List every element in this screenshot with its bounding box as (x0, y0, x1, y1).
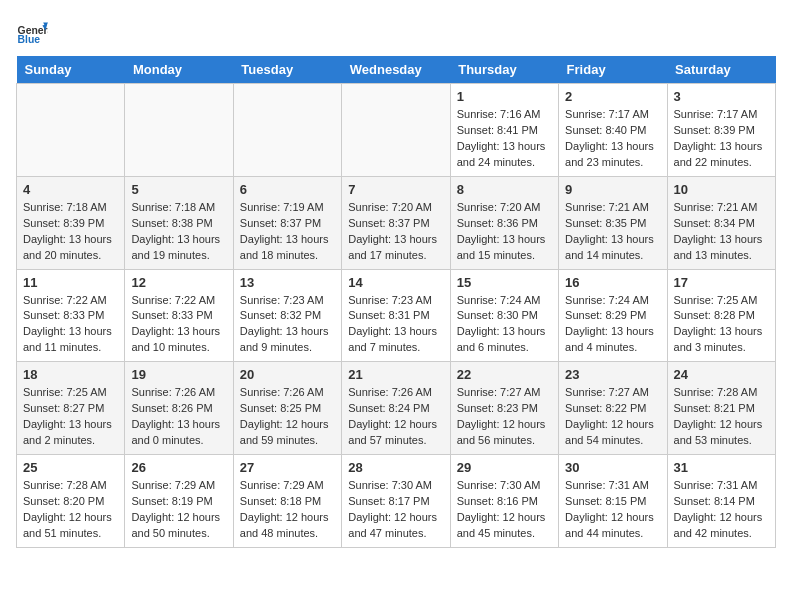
calendar-day-cell: 9Sunrise: 7:21 AM Sunset: 8:35 PM Daylig… (559, 176, 667, 269)
calendar-table: SundayMondayTuesdayWednesdayThursdayFrid… (16, 56, 776, 548)
day-info: Sunrise: 7:28 AM Sunset: 8:21 PM Dayligh… (674, 385, 769, 449)
day-info: Sunrise: 7:25 AM Sunset: 8:28 PM Dayligh… (674, 293, 769, 357)
calendar-header-row: SundayMondayTuesdayWednesdayThursdayFrid… (17, 56, 776, 84)
calendar-day-cell: 17Sunrise: 7:25 AM Sunset: 8:28 PM Dayli… (667, 269, 775, 362)
day-info: Sunrise: 7:24 AM Sunset: 8:29 PM Dayligh… (565, 293, 660, 357)
day-info: Sunrise: 7:30 AM Sunset: 8:17 PM Dayligh… (348, 478, 443, 542)
calendar-day-cell: 1Sunrise: 7:16 AM Sunset: 8:41 PM Daylig… (450, 84, 558, 177)
day-number: 7 (348, 182, 443, 197)
calendar-day-cell: 14Sunrise: 7:23 AM Sunset: 8:31 PM Dayli… (342, 269, 450, 362)
day-info: Sunrise: 7:26 AM Sunset: 8:24 PM Dayligh… (348, 385, 443, 449)
day-number: 16 (565, 275, 660, 290)
day-number: 23 (565, 367, 660, 382)
day-info: Sunrise: 7:22 AM Sunset: 8:33 PM Dayligh… (23, 293, 118, 357)
calendar-day-cell: 28Sunrise: 7:30 AM Sunset: 8:17 PM Dayli… (342, 455, 450, 548)
day-number: 1 (457, 89, 552, 104)
logo-icon: General Blue (16, 16, 48, 48)
day-number: 28 (348, 460, 443, 475)
calendar-day-cell (342, 84, 450, 177)
logo: General Blue (16, 16, 52, 48)
calendar-week-row: 11Sunrise: 7:22 AM Sunset: 8:33 PM Dayli… (17, 269, 776, 362)
day-info: Sunrise: 7:18 AM Sunset: 8:39 PM Dayligh… (23, 200, 118, 264)
calendar-day-cell: 27Sunrise: 7:29 AM Sunset: 8:18 PM Dayli… (233, 455, 341, 548)
calendar-week-row: 25Sunrise: 7:28 AM Sunset: 8:20 PM Dayli… (17, 455, 776, 548)
day-info: Sunrise: 7:29 AM Sunset: 8:18 PM Dayligh… (240, 478, 335, 542)
day-number: 8 (457, 182, 552, 197)
calendar-day-cell: 6Sunrise: 7:19 AM Sunset: 8:37 PM Daylig… (233, 176, 341, 269)
page-header: General Blue (16, 16, 776, 48)
calendar-day-cell (233, 84, 341, 177)
calendar-day-cell: 31Sunrise: 7:31 AM Sunset: 8:14 PM Dayli… (667, 455, 775, 548)
day-info: Sunrise: 7:26 AM Sunset: 8:25 PM Dayligh… (240, 385, 335, 449)
day-number: 15 (457, 275, 552, 290)
calendar-day-cell: 18Sunrise: 7:25 AM Sunset: 8:27 PM Dayli… (17, 362, 125, 455)
day-info: Sunrise: 7:31 AM Sunset: 8:14 PM Dayligh… (674, 478, 769, 542)
day-number: 24 (674, 367, 769, 382)
calendar-day-cell: 10Sunrise: 7:21 AM Sunset: 8:34 PM Dayli… (667, 176, 775, 269)
column-header-sunday: Sunday (17, 56, 125, 84)
calendar-day-cell: 30Sunrise: 7:31 AM Sunset: 8:15 PM Dayli… (559, 455, 667, 548)
day-info: Sunrise: 7:30 AM Sunset: 8:16 PM Dayligh… (457, 478, 552, 542)
column-header-tuesday: Tuesday (233, 56, 341, 84)
day-number: 17 (674, 275, 769, 290)
calendar-day-cell: 19Sunrise: 7:26 AM Sunset: 8:26 PM Dayli… (125, 362, 233, 455)
calendar-day-cell: 26Sunrise: 7:29 AM Sunset: 8:19 PM Dayli… (125, 455, 233, 548)
day-number: 19 (131, 367, 226, 382)
day-number: 14 (348, 275, 443, 290)
column-header-wednesday: Wednesday (342, 56, 450, 84)
calendar-day-cell: 29Sunrise: 7:30 AM Sunset: 8:16 PM Dayli… (450, 455, 558, 548)
calendar-week-row: 18Sunrise: 7:25 AM Sunset: 8:27 PM Dayli… (17, 362, 776, 455)
day-info: Sunrise: 7:21 AM Sunset: 8:35 PM Dayligh… (565, 200, 660, 264)
day-number: 25 (23, 460, 118, 475)
day-number: 30 (565, 460, 660, 475)
column-header-monday: Monday (125, 56, 233, 84)
day-info: Sunrise: 7:17 AM Sunset: 8:39 PM Dayligh… (674, 107, 769, 171)
day-number: 6 (240, 182, 335, 197)
calendar-day-cell (17, 84, 125, 177)
day-number: 5 (131, 182, 226, 197)
day-number: 9 (565, 182, 660, 197)
calendar-day-cell: 4Sunrise: 7:18 AM Sunset: 8:39 PM Daylig… (17, 176, 125, 269)
calendar-week-row: 1Sunrise: 7:16 AM Sunset: 8:41 PM Daylig… (17, 84, 776, 177)
day-number: 13 (240, 275, 335, 290)
day-info: Sunrise: 7:24 AM Sunset: 8:30 PM Dayligh… (457, 293, 552, 357)
day-info: Sunrise: 7:31 AM Sunset: 8:15 PM Dayligh… (565, 478, 660, 542)
day-number: 2 (565, 89, 660, 104)
calendar-day-cell: 8Sunrise: 7:20 AM Sunset: 8:36 PM Daylig… (450, 176, 558, 269)
day-info: Sunrise: 7:21 AM Sunset: 8:34 PM Dayligh… (674, 200, 769, 264)
day-info: Sunrise: 7:16 AM Sunset: 8:41 PM Dayligh… (457, 107, 552, 171)
day-number: 26 (131, 460, 226, 475)
calendar-day-cell: 15Sunrise: 7:24 AM Sunset: 8:30 PM Dayli… (450, 269, 558, 362)
calendar-day-cell: 16Sunrise: 7:24 AM Sunset: 8:29 PM Dayli… (559, 269, 667, 362)
day-number: 22 (457, 367, 552, 382)
calendar-day-cell (125, 84, 233, 177)
day-info: Sunrise: 7:23 AM Sunset: 8:32 PM Dayligh… (240, 293, 335, 357)
day-info: Sunrise: 7:17 AM Sunset: 8:40 PM Dayligh… (565, 107, 660, 171)
day-info: Sunrise: 7:29 AM Sunset: 8:19 PM Dayligh… (131, 478, 226, 542)
svg-text:Blue: Blue (18, 34, 41, 45)
calendar-day-cell: 25Sunrise: 7:28 AM Sunset: 8:20 PM Dayli… (17, 455, 125, 548)
day-info: Sunrise: 7:23 AM Sunset: 8:31 PM Dayligh… (348, 293, 443, 357)
calendar-day-cell: 5Sunrise: 7:18 AM Sunset: 8:38 PM Daylig… (125, 176, 233, 269)
calendar-day-cell: 7Sunrise: 7:20 AM Sunset: 8:37 PM Daylig… (342, 176, 450, 269)
day-number: 29 (457, 460, 552, 475)
calendar-day-cell: 13Sunrise: 7:23 AM Sunset: 8:32 PM Dayli… (233, 269, 341, 362)
calendar-day-cell: 20Sunrise: 7:26 AM Sunset: 8:25 PM Dayli… (233, 362, 341, 455)
day-info: Sunrise: 7:28 AM Sunset: 8:20 PM Dayligh… (23, 478, 118, 542)
calendar-day-cell: 11Sunrise: 7:22 AM Sunset: 8:33 PM Dayli… (17, 269, 125, 362)
day-number: 3 (674, 89, 769, 104)
column-header-friday: Friday (559, 56, 667, 84)
day-number: 20 (240, 367, 335, 382)
day-info: Sunrise: 7:18 AM Sunset: 8:38 PM Dayligh… (131, 200, 226, 264)
day-number: 4 (23, 182, 118, 197)
calendar-day-cell: 12Sunrise: 7:22 AM Sunset: 8:33 PM Dayli… (125, 269, 233, 362)
day-info: Sunrise: 7:20 AM Sunset: 8:36 PM Dayligh… (457, 200, 552, 264)
column-header-thursday: Thursday (450, 56, 558, 84)
calendar-day-cell: 23Sunrise: 7:27 AM Sunset: 8:22 PM Dayli… (559, 362, 667, 455)
day-number: 12 (131, 275, 226, 290)
day-info: Sunrise: 7:26 AM Sunset: 8:26 PM Dayligh… (131, 385, 226, 449)
day-info: Sunrise: 7:19 AM Sunset: 8:37 PM Dayligh… (240, 200, 335, 264)
calendar-day-cell: 22Sunrise: 7:27 AM Sunset: 8:23 PM Dayli… (450, 362, 558, 455)
day-number: 18 (23, 367, 118, 382)
calendar-day-cell: 21Sunrise: 7:26 AM Sunset: 8:24 PM Dayli… (342, 362, 450, 455)
